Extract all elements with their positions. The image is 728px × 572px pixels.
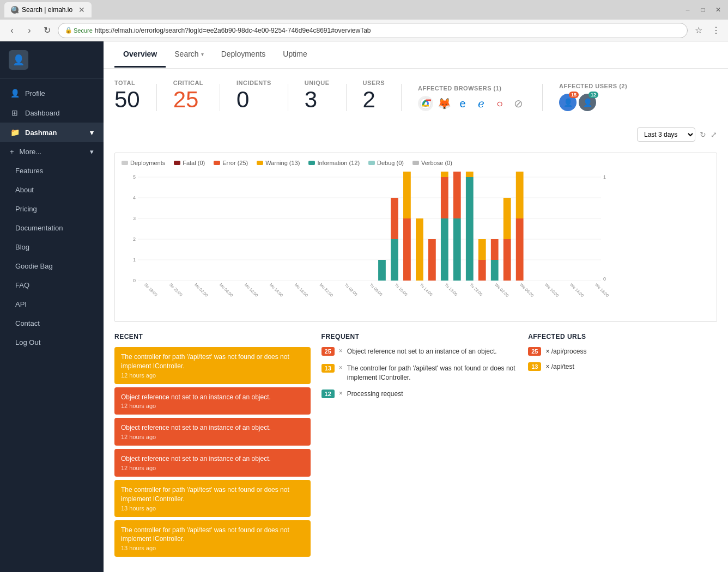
stat-divider-4	[346, 84, 347, 111]
total-value: 50	[114, 88, 140, 111]
refresh-icon[interactable]: ↻	[700, 130, 706, 139]
svg-rect-32	[478, 239, 486, 260]
stat-divider-6	[542, 84, 543, 111]
tab-search[interactable]: Search ▾	[166, 42, 212, 68]
tab-deployments[interactable]: Deployments	[213, 42, 275, 68]
browser-tab[interactable]: 🔍 Search | elmah.io ✕	[4, 2, 92, 17]
browser-controls: ‹ › ↻ 🔒 Secure https://elmah.io/errorlog…	[0, 20, 728, 41]
edge-icon: e	[455, 96, 470, 111]
dashboard-icon: ⊞	[10, 108, 20, 117]
critical-value: 25	[173, 88, 203, 111]
stat-divider-1	[156, 84, 157, 111]
recent-error-time-4: 13 hours ago	[121, 505, 304, 512]
svg-text:We 18:00: We 18:00	[594, 282, 610, 298]
user-avatar-1: 👤 15	[559, 94, 577, 111]
main-content: Overview Search ▾ Deployments Uptime	[104, 41, 728, 572]
sidebar-item-api[interactable]: API	[0, 295, 104, 314]
url-text-1: × /api/test	[545, 363, 574, 370]
svg-text:3: 3	[133, 216, 136, 221]
sidebar-label-about: About	[15, 186, 34, 194]
sidebar-label-profile: Profile	[25, 89, 45, 98]
frequent-item-2[interactable]: 12 × Processing request	[321, 390, 518, 399]
address-bar[interactable]: 🔒 Secure https://elmah.io/errorlog/searc…	[58, 23, 688, 38]
browser-window: 🔍 Search | elmah.io ✕ – □ ✕ ‹ › ↻ 🔒 Secu…	[0, 0, 728, 572]
browser-icons-list: 🦊 e ℯ ○ ⊘	[418, 96, 526, 111]
affected-urls-section: AFFECTED URLS 25 × /api/process 13 × /ap…	[528, 333, 717, 560]
sidebar-item-features[interactable]: Features	[0, 161, 104, 180]
sidebar-label-dashboard: Dashboard	[25, 109, 60, 117]
recent-error-list: The controller for path '/api/test' was …	[114, 347, 311, 557]
svg-text:Mo 02:00: Mo 02:00	[193, 282, 209, 297]
frequent-item-1[interactable]: 13 × The controller for path '/api/test'…	[321, 364, 518, 382]
deploy-dot	[122, 161, 128, 165]
recent-error-2[interactable]: Object reference not set to an instance …	[114, 418, 311, 446]
sidebar-item-more[interactable]: + More... ▾	[0, 142, 104, 161]
bookmark-button[interactable]: ☆	[692, 24, 705, 37]
affected-users-section: AFFECTED USERS (2) 👤 15 👤 12	[559, 83, 627, 111]
tab-overview[interactable]: Overview	[114, 42, 166, 68]
recent-error-3[interactable]: Object reference not set to an instance …	[114, 449, 311, 477]
reload-button[interactable]: ↻	[40, 24, 53, 37]
sidebar-item-blog[interactable]: Blog	[0, 238, 104, 257]
svg-rect-29	[466, 177, 474, 281]
url-badge-1: 13	[528, 362, 541, 371]
svg-rect-17	[378, 260, 386, 281]
secure-badge: 🔒 Secure	[65, 27, 93, 34]
sidebar-item-documentation[interactable]: Documentation	[0, 218, 104, 238]
svg-text:Tu 02:00: Tu 02:00	[344, 282, 359, 297]
sidebar-item-dashman[interactable]: 📁 Dashman ▾	[0, 123, 104, 142]
url-item-1[interactable]: 13 × /api/test	[528, 362, 706, 371]
sidebar-item-goodie-bag[interactable]: Goodie Bag	[0, 257, 104, 276]
svg-rect-35	[503, 239, 511, 281]
back-button[interactable]: ‹	[5, 24, 19, 37]
date-range-select[interactable]: Last 3 days Last 7 days Last 30 days	[637, 127, 695, 142]
recent-section: RECENT The controller for path '/api/tes…	[114, 333, 321, 560]
legend-information: Information (12)	[308, 160, 360, 166]
legend-information-label: Information (12)	[317, 160, 360, 166]
legend-error-label: Error (25)	[222, 160, 248, 166]
svg-rect-34	[491, 239, 499, 260]
tab-close-button[interactable]: ✕	[78, 5, 85, 14]
menu-button[interactable]: ⋮	[709, 24, 723, 37]
sidebar-item-contact[interactable]: Contact	[0, 314, 104, 333]
close-button[interactable]: ✕	[713, 4, 724, 15]
recent-error-0[interactable]: The controller for path '/api/test' was …	[114, 347, 311, 384]
svg-text:Su 18:00: Su 18:00	[143, 282, 159, 297]
expand-icon[interactable]: ⤢	[711, 130, 717, 139]
profile-icon: 👤	[10, 89, 20, 98]
forward-button[interactable]: ›	[23, 24, 36, 37]
svg-text:Tu 10:00: Tu 10:00	[394, 282, 409, 297]
recent-error-time-2: 12 hours ago	[121, 434, 304, 440]
recent-error-5[interactable]: The controller for path '/api/test' was …	[114, 520, 311, 557]
svg-text:Tu 22:00: Tu 22:00	[469, 282, 483, 297]
sidebar-item-pricing[interactable]: Pricing	[0, 199, 104, 218]
frequent-title: FREQUENT	[321, 333, 518, 340]
sidebar-item-profile[interactable]: 👤 Profile	[0, 83, 104, 103]
frequent-item-0[interactable]: 25 × Object reference not set to an inst…	[321, 347, 518, 356]
chart-legend: Deployments Fatal (0) Error (25) Wa	[122, 160, 710, 166]
url-item-0[interactable]: 25 × /api/process	[528, 347, 706, 356]
recent-error-1[interactable]: Object reference not set to an instance …	[114, 387, 311, 415]
sidebar-label-faq: FAQ	[15, 281, 29, 289]
unique-value: 3	[305, 88, 330, 111]
svg-rect-19	[391, 198, 398, 239]
user-badge-2: 12	[589, 92, 598, 98]
sidebar-label-blog: Blog	[15, 243, 29, 251]
sidebar-label-contact: Contact	[15, 319, 40, 327]
sidebar-item-about[interactable]: About	[0, 180, 104, 199]
svg-rect-24	[441, 218, 448, 281]
ie-icon: ℯ	[474, 96, 489, 111]
frequent-section: FREQUENT 25 × Object reference not set t…	[321, 333, 529, 560]
minimize-button[interactable]: –	[682, 4, 693, 15]
frequent-text-0: Object reference not set to an instance …	[347, 347, 497, 356]
svg-rect-38	[516, 172, 524, 218]
sidebar-item-logout[interactable]: Log Out	[0, 333, 104, 352]
maximize-button[interactable]: □	[697, 4, 708, 15]
svg-rect-30	[466, 172, 474, 177]
sidebar-item-faq[interactable]: FAQ	[0, 276, 104, 295]
tab-uptime[interactable]: Uptime	[274, 42, 316, 68]
recent-error-4[interactable]: The controller for path '/api/test' was …	[114, 480, 311, 517]
recent-error-time-5: 13 hours ago	[121, 545, 304, 551]
logo-icon: 👤	[9, 50, 28, 70]
sidebar-item-dashboard[interactable]: ⊞ Dashboard	[0, 103, 104, 123]
